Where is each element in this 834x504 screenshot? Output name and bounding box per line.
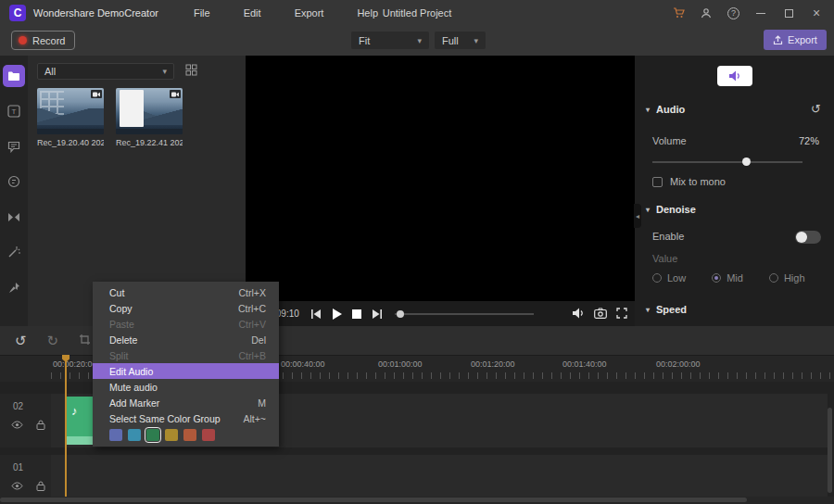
grid-view-icon[interactable] (185, 64, 199, 78)
sidebar-item-effects[interactable] (3, 241, 25, 263)
close-icon[interactable]: × (810, 6, 823, 19)
trim-icon[interactable] (79, 333, 91, 348)
radio-mid[interactable]: Mid (712, 272, 743, 284)
lock-icon[interactable] (36, 420, 45, 432)
volume-slider-handle[interactable] (742, 158, 751, 166)
clip-thumbnail (116, 88, 183, 134)
radio-low[interactable]: Low (652, 272, 686, 284)
export-button-label: Export (788, 34, 817, 45)
volume-icon[interactable] (572, 308, 585, 321)
media-filter-value: All (44, 66, 56, 77)
video-camera-icon (170, 90, 181, 98)
full-dropdown[interactable]: Full ▾ (435, 32, 486, 49)
lock-icon[interactable] (36, 481, 45, 493)
color-swatch-row (93, 426, 279, 441)
fit-dropdown[interactable]: Fit ▾ (351, 32, 429, 49)
color-swatch[interactable] (183, 429, 196, 441)
menu-export[interactable]: Export (295, 7, 324, 19)
app-logo: C (9, 5, 26, 21)
playhead[interactable] (65, 355, 67, 497)
media-clip-2[interactable]: Rec_19.22.41 2020... (116, 88, 183, 147)
vertical-scrollbar[interactable] (828, 408, 832, 493)
radio-high[interactable]: High (769, 272, 805, 284)
color-swatch[interactable] (128, 429, 141, 441)
track-row-01[interactable]: 01 (0, 455, 828, 497)
record-button[interactable]: Record (11, 31, 75, 50)
track-id: 02 (13, 401, 23, 411)
undo-icon[interactable]: ↺ (15, 333, 27, 349)
panel-collapse-handle[interactable]: ◂ (634, 204, 641, 228)
eye-icon[interactable] (11, 420, 23, 432)
denoise-enable-toggle[interactable] (795, 231, 821, 244)
minimize-icon[interactable] (754, 6, 767, 19)
color-swatch[interactable] (109, 429, 122, 441)
stop-button[interactable] (347, 309, 367, 319)
enable-label: Enable (652, 231, 684, 242)
sidebar-item-transitions[interactable] (3, 206, 25, 228)
context-menu-item-select-same-color-group[interactable]: Select Same Color GroupAlt+~ (93, 410, 279, 426)
previous-frame-button[interactable] (306, 309, 326, 319)
media-clip-1[interactable]: Rec_19.20.40 2020... (37, 88, 104, 147)
menu-help[interactable]: Help (357, 7, 378, 19)
toolbar: Record Fit ▾ Full ▾ Export (0, 26, 834, 56)
seek-slider[interactable] (395, 313, 534, 315)
menu-file[interactable]: File (194, 7, 210, 19)
context-menu-item-edit-audio[interactable]: Edit Audio (93, 363, 279, 379)
sidebar-item-text[interactable]: T (3, 100, 25, 122)
speech-bubble-icon (7, 141, 20, 153)
denoise-level-radios: Low Mid High (652, 272, 805, 284)
speed-section-header[interactable]: ▾ Speed (646, 304, 687, 315)
redo-icon[interactable]: ↻ (47, 333, 59, 349)
maximize-icon[interactable] (782, 6, 795, 19)
help-icon[interactable]: ? (727, 7, 739, 19)
play-button[interactable] (326, 309, 347, 320)
audio-properties-tab[interactable] (717, 66, 752, 86)
fit-dropdown-value: Fit (359, 35, 370, 46)
left-sidebar: T (0, 56, 28, 326)
context-menu-item-cut[interactable]: CutCtrl+X (93, 284, 279, 300)
audio-section-header[interactable]: ▾ Audio (646, 104, 685, 115)
sidebar-item-captions[interactable] (3, 135, 25, 158)
clip-name: Rec_19.20.40 2020... (37, 138, 104, 147)
sidebar-item-media[interactable] (3, 65, 25, 87)
color-swatch[interactable] (165, 429, 178, 441)
music-note-icon: ♪ (71, 404, 78, 418)
account-icon[interactable] (700, 6, 713, 19)
color-swatch[interactable] (146, 429, 159, 441)
context-menu-item-split: SplitCtrl+B (93, 347, 279, 363)
app-name: Wondershare DemoCreator (33, 7, 158, 19)
denoise-section-title: Denoise (656, 204, 696, 215)
denoise-section-header[interactable]: ▾ Denoise (646, 204, 696, 215)
sidebar-item-stickers[interactable] (3, 170, 25, 193)
color-swatch[interactable] (202, 429, 215, 441)
eye-icon[interactable] (11, 481, 23, 493)
chevron-down-icon: ▾ (417, 36, 422, 45)
context-menu-item-mute-audio[interactable]: Mute audio (93, 379, 279, 395)
export-button[interactable]: Export (764, 30, 827, 50)
audio-reset-icon[interactable]: ↺ (811, 102, 821, 116)
context-menu-item-delete[interactable]: DeleteDel (93, 332, 279, 347)
menu-edit[interactable]: Edit (244, 7, 261, 19)
ruler-label: 00:01:20:00 (471, 359, 515, 369)
cart-icon[interactable] (672, 6, 685, 19)
properties-panel: ◂ ▾ Audio ↺ Volume 72% Mix to mono ▾ Den… (635, 56, 834, 326)
democreator-window: C Wondershare DemoCreator File Edit Expo… (0, 0, 834, 504)
snapshot-camera-icon[interactable] (594, 308, 607, 321)
horizontal-scrollbar[interactable] (0, 498, 747, 502)
context-menu-item-copy[interactable]: CopyCtrl+C (93, 300, 279, 316)
seek-slider-handle[interactable] (397, 310, 404, 318)
speed-section-title: Speed (656, 304, 687, 315)
media-filter-dropdown[interactable]: All ▾ (37, 63, 174, 80)
mix-to-mono-checkbox[interactable] (652, 177, 663, 187)
next-frame-button[interactable] (367, 309, 387, 319)
volume-label: Volume (652, 135, 687, 146)
radio-icon (769, 273, 778, 283)
context-menu-item-add-marker[interactable]: Add MarkerM (93, 395, 279, 410)
sidebar-item-cursor[interactable] (3, 276, 25, 298)
video-preview[interactable] (246, 56, 635, 301)
record-dot-icon (19, 36, 27, 44)
fullscreen-icon[interactable] (616, 308, 627, 321)
volume-value: 72% (799, 135, 819, 146)
volume-slider[interactable] (652, 161, 802, 163)
ruler-label: 00:00:20:00 (53, 359, 97, 369)
